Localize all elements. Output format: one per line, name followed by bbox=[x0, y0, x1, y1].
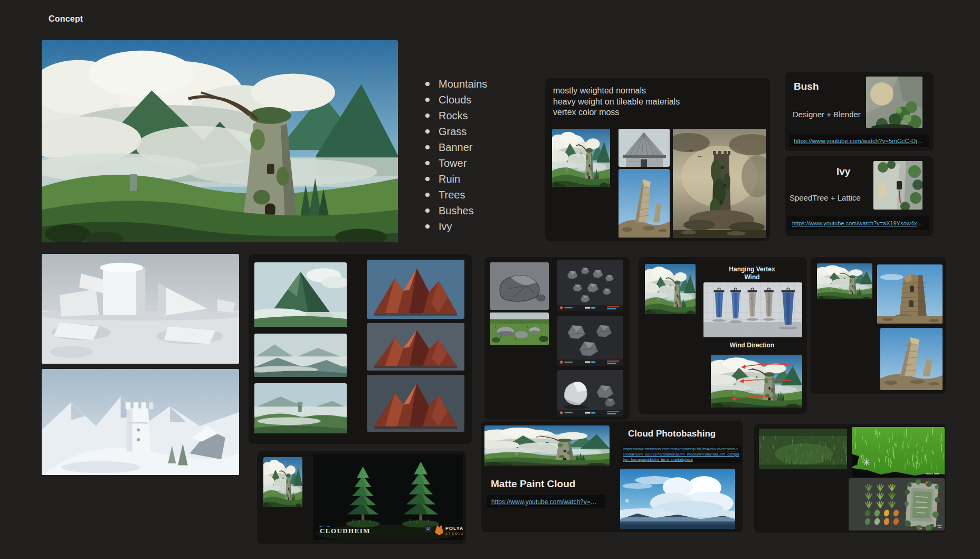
cloud-concept-image[interactable] bbox=[484, 425, 610, 466]
matte-paint-title: Matte Paint Cloud bbox=[491, 478, 575, 490]
ivy-tooling: SpeedTree + Lattice bbox=[789, 193, 861, 202]
bullet-icon bbox=[425, 193, 430, 197]
hero-concept-image[interactable] bbox=[42, 40, 398, 242]
foliage-atlas-image[interactable] bbox=[849, 478, 945, 530]
rock-sculpt-render-1[interactable] bbox=[557, 260, 623, 311]
rocks-panel bbox=[484, 257, 630, 420]
ivy-title: Ivy bbox=[836, 166, 850, 177]
checklist-item: Rocks bbox=[425, 108, 487, 124]
ruin-photo-tall[interactable] bbox=[877, 264, 943, 324]
bush-link-bar[interactable]: https://www.youtube.com/watch?v=5mGcC-Dj… bbox=[789, 135, 929, 147]
bush-panel: Bush Designer + Blender https://www.yout… bbox=[785, 72, 934, 151]
mountain-painting-2[interactable] bbox=[254, 334, 347, 377]
mountain-painting-1[interactable] bbox=[254, 262, 347, 327]
checklist-item: Mountains bbox=[425, 76, 487, 92]
stylized-trees-render[interactable]: CLOUDHEIM U POLYART STUDIO bbox=[313, 454, 463, 540]
tower-concept-thumb[interactable] bbox=[552, 129, 610, 187]
tree-concept-thumb[interactable] bbox=[263, 457, 302, 507]
blockout-render-2[interactable] bbox=[42, 369, 239, 475]
stone-roof-photo[interactable] bbox=[619, 129, 670, 167]
bullet-icon bbox=[425, 161, 430, 165]
ruin-concept-thumb[interactable] bbox=[817, 263, 872, 299]
checklist-item: Clouds bbox=[425, 92, 487, 108]
checklist-item: Banner bbox=[425, 139, 487, 155]
bullet-icon bbox=[425, 209, 430, 213]
svg-text:POLYART: POLYART bbox=[445, 526, 463, 531]
bullet-icon bbox=[425, 145, 430, 149]
wind-direction-title: Wind Direction bbox=[702, 342, 802, 349]
checklist-item: Ivy bbox=[425, 219, 487, 234]
ruin-photo-wall[interactable] bbox=[880, 328, 943, 390]
asset-checklist: Mountains Clouds Rocks Grass Banner Towe… bbox=[425, 76, 487, 234]
modeling-notes: mostly weighted normals heavy weight on … bbox=[553, 86, 680, 118]
bullet-icon bbox=[425, 129, 430, 134]
ivy-youtube-link[interactable]: https://www.youtube.com/watch?v=aX19Ysow… bbox=[792, 220, 924, 226]
bullet-icon bbox=[425, 177, 430, 181]
mountains-panel bbox=[249, 254, 472, 444]
bullet-icon bbox=[425, 224, 430, 229]
matte-link-bar[interactable]: https://www.youtube.com/watch?v=3IUudOZ7… bbox=[487, 495, 605, 508]
ivy-reference-thumb[interactable] bbox=[873, 161, 922, 210]
ivy-panel: Ivy SpeedTree + Lattice https://www.yout… bbox=[785, 156, 934, 236]
checklist-item: Trees bbox=[425, 187, 487, 203]
bush-title: Bush bbox=[794, 81, 819, 92]
mountain-render-2[interactable] bbox=[367, 323, 464, 371]
rock-field-concept[interactable] bbox=[490, 312, 549, 345]
photobash-artstation-link[interactable]: https://www.artstation.com/marketplace/p… bbox=[623, 447, 739, 462]
mountain-painting-3[interactable] bbox=[254, 383, 347, 433]
cloud-panel: Matte Paint Cloud https://www.youtube.co… bbox=[481, 421, 743, 532]
ivy-link-bar[interactable]: https://www.youtube.com/watch?v=aX19Ysow… bbox=[787, 216, 929, 230]
grass-concept-image[interactable] bbox=[759, 429, 847, 469]
bush-reference-thumb[interactable] bbox=[866, 77, 922, 128]
wind-direction-image[interactable] bbox=[711, 355, 802, 408]
wind-concept-thumb[interactable] bbox=[645, 264, 696, 314]
svg-text:STUDIO: STUDIO bbox=[445, 532, 463, 535]
photobash-title: Cloud Photobashing bbox=[628, 429, 716, 439]
matte-youtube-link[interactable]: https://www.youtube.com/watch?v=3IUudOZ7… bbox=[491, 498, 600, 506]
mountain-render-3[interactable] bbox=[367, 375, 464, 432]
reference-board: Concept Mountains Clouds Rocks Grass Ban… bbox=[0, 0, 980, 559]
modeling-notes-panel: mostly weighted normals heavy weight on … bbox=[545, 78, 770, 241]
bullet-icon bbox=[425, 98, 430, 102]
bush-youtube-link[interactable]: https://www.youtube.com/watch?v=5mGcC-Dj… bbox=[794, 138, 925, 144]
photobash-link-bar[interactable]: https://www.artstation.com/marketplace/p… bbox=[622, 446, 741, 463]
grass-render-image[interactable] bbox=[852, 427, 945, 477]
blockout-render-1[interactable] bbox=[42, 254, 239, 364]
ruins-panel bbox=[811, 257, 946, 394]
bullet-icon bbox=[425, 82, 430, 86]
rock-concept-sketch[interactable] bbox=[490, 262, 549, 310]
banner-wind-panel: Hanging Vertex Wind Wind Direction bbox=[639, 257, 807, 414]
rock-sculpt-render-3[interactable] bbox=[557, 370, 623, 416]
cloud-photo-reference[interactable] bbox=[620, 469, 735, 529]
trees-panel: CLOUDHEIM U POLYART STUDIO bbox=[257, 451, 466, 544]
checklist-item: Bushes bbox=[425, 203, 487, 219]
tower-painting-reference[interactable] bbox=[673, 129, 766, 238]
rock-sculpt-render-2[interactable] bbox=[557, 316, 623, 366]
hanging-banners-render[interactable] bbox=[703, 282, 802, 337]
mountain-render-1[interactable] bbox=[367, 260, 464, 319]
svg-text:U: U bbox=[426, 526, 430, 531]
grass-panel bbox=[754, 424, 946, 533]
ruined-tower-photo[interactable] bbox=[619, 169, 670, 238]
svg-text:CLOUDHEIM: CLOUDHEIM bbox=[320, 527, 370, 535]
checklist-item: Grass bbox=[425, 124, 487, 139]
checklist-item: Tower bbox=[425, 155, 487, 171]
bullet-icon bbox=[425, 113, 430, 118]
bush-tooling: Designer + Blender bbox=[793, 110, 861, 119]
checklist-item: Ruin bbox=[425, 171, 487, 187]
board-title: Concept bbox=[49, 14, 83, 24]
hanging-vertex-wind-title: Hanging Vertex Wind bbox=[702, 266, 802, 281]
